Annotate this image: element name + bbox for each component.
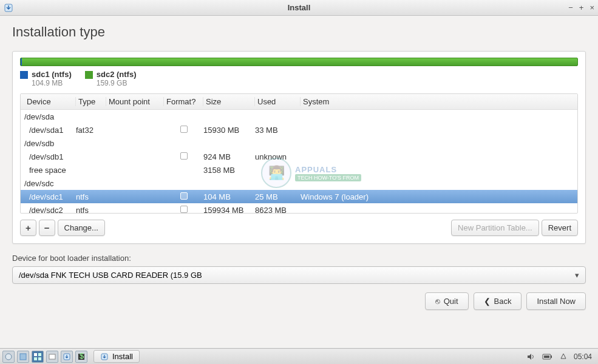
boot-loader-value: /dev/sda FNK TECH USB CARD READER (15.9 … (19, 271, 202, 280)
format-checkbox[interactable] (180, 152, 188, 160)
cell-type: fat32 (76, 126, 106, 135)
cell-device: /dev/sda (24, 112, 76, 121)
legend-name: sdc1 (ntfs) (32, 70, 72, 79)
partition-legend: sdc1 (ntfs) 104.9 MB sdc2 (ntfs) 159.9 G… (20, 70, 578, 87)
cell-used: 25 MB (255, 192, 301, 201)
format-checkbox[interactable] (180, 206, 188, 213)
chevron-down-icon: ▾ (575, 271, 579, 280)
cell-used: 33 MB (255, 126, 301, 135)
titlebar: Install − + × (0, 0, 598, 16)
page-title: Installation type (12, 24, 586, 40)
boot-loader-label: Device for boot loader installation: (12, 254, 586, 263)
table-row[interactable]: /dev/sdb1924 MBunknown (21, 150, 577, 163)
revert-button[interactable]: Revert (542, 220, 578, 236)
terminal-icon[interactable]: $ (75, 351, 87, 363)
svg-point-1 (5, 354, 12, 360)
app-icon (4, 3, 13, 13)
table-row[interactable]: /dev/sdc2ntfs159934 MB8623 MB (21, 203, 577, 213)
col-format[interactable]: Format? (164, 97, 203, 106)
cell-size: 159934 MB (203, 206, 255, 214)
taskbar-task-label: Install (112, 352, 133, 361)
partition-table: Device Type Mount point Format? Size Use… (20, 93, 578, 214)
format-checkbox[interactable] (180, 192, 188, 200)
table-header: Device Type Mount point Format? Size Use… (21, 94, 577, 110)
cell-device: /dev/sdb (24, 139, 76, 148)
table-row[interactable]: /dev/sdc (21, 177, 577, 190)
table-row[interactable]: /dev/sdc1ntfs104 MB25 MBWindows 7 (loade… (21, 190, 577, 203)
close-button[interactable]: × (590, 3, 594, 12)
legend-size: 159.9 GB (97, 79, 137, 87)
partition-card: sdc1 (ntfs) 104.9 MB sdc2 (ntfs) 159.9 G… (12, 51, 586, 244)
new-partition-table-button[interactable]: New Partition Table... (451, 220, 539, 236)
maximize-button[interactable]: + (579, 3, 584, 12)
svg-rect-13 (551, 356, 552, 358)
table-row[interactable]: /dev/sda1fat3215930 MB33 MB (21, 123, 577, 136)
svg-text:$: $ (80, 352, 84, 360)
cell-device: /dev/sdc (24, 179, 76, 188)
cell-type: ntfs (76, 192, 106, 201)
cell-device: free space (24, 166, 76, 175)
legend-name: sdc2 (ntfs) (97, 70, 137, 79)
quit-button[interactable]: ⎋Quit (425, 292, 469, 310)
svg-rect-5 (34, 357, 37, 360)
clock[interactable]: 05:04 (574, 352, 592, 361)
legend-swatch-icon (20, 71, 28, 79)
network-icon[interactable] (559, 352, 568, 361)
boot-loader-select[interactable]: /dev/sda FNK TECH USB CARD READER (15.9 … (12, 266, 586, 284)
minimize-button[interactable]: − (568, 3, 573, 12)
svg-rect-4 (38, 353, 41, 356)
svg-rect-3 (34, 353, 37, 356)
col-device[interactable]: Device (24, 97, 76, 106)
cell-device: /dev/sdc2 (24, 206, 76, 214)
menu-icon[interactable] (2, 351, 15, 363)
files-icon[interactable] (46, 351, 58, 363)
taskbar-task-install[interactable]: Install (93, 350, 140, 363)
cell-format (164, 126, 203, 135)
col-type[interactable]: Type (76, 97, 106, 106)
cell-size: 924 MB (203, 152, 255, 161)
install-now-button[interactable]: Install Now (526, 292, 586, 310)
col-mount[interactable]: Mount point (106, 97, 164, 106)
legend-size: 104.9 MB (32, 79, 72, 87)
cell-used: 8623 MB (255, 206, 301, 214)
disk-usage-bar (20, 58, 578, 66)
table-row[interactable]: /dev/sda (21, 110, 577, 123)
legend-swatch-icon (85, 71, 93, 79)
cell-used: unknown (255, 152, 301, 161)
add-partition-button[interactable]: + (20, 220, 36, 236)
cell-system: Windows 7 (loader) (301, 192, 574, 201)
svg-rect-6 (38, 357, 41, 360)
cell-format (164, 152, 203, 161)
svg-rect-2 (20, 354, 26, 360)
back-button[interactable]: ❮Back (474, 292, 522, 310)
col-system[interactable]: System (301, 97, 574, 106)
cell-device: /dev/sdc1 (24, 192, 76, 201)
show-desktop-icon[interactable] (17, 351, 29, 363)
cell-device: /dev/sda1 (24, 126, 76, 135)
cell-size: 3158 MB (203, 166, 255, 175)
battery-icon[interactable] (542, 353, 553, 360)
volume-icon[interactable] (526, 352, 536, 361)
col-used[interactable]: Used (255, 97, 301, 106)
svg-rect-14 (544, 356, 549, 358)
cell-device: /dev/sdb1 (24, 152, 76, 161)
col-size[interactable]: Size (203, 97, 255, 106)
footer-buttons: ⎋Quit ❮Back Install Now (12, 292, 586, 310)
exit-icon: ⎋ (435, 297, 440, 306)
change-partition-button[interactable]: Change... (58, 220, 105, 236)
format-checkbox[interactable] (180, 126, 188, 133)
workspace-icon[interactable] (32, 351, 44, 363)
installer-icon[interactable] (61, 351, 73, 363)
svg-rect-7 (49, 354, 55, 359)
table-row[interactable]: free space3158 MB (21, 163, 577, 177)
window-title: Install (288, 3, 311, 12)
partition-toolbar: + − Change... New Partition Table... Rev… (20, 220, 578, 236)
taskbar: $ Install 05:04 (0, 348, 598, 364)
cell-size: 15930 MB (203, 126, 255, 135)
cell-size: 104 MB (203, 192, 255, 201)
remove-partition-button[interactable]: − (39, 220, 55, 236)
chevron-left-icon: ❮ (484, 297, 491, 306)
table-row[interactable]: /dev/sdb (21, 136, 577, 150)
legend-item-sdc2: sdc2 (ntfs) 159.9 GB (85, 70, 137, 87)
table-body: /dev/sda/dev/sda1fat3215930 MB33 MB/dev/… (21, 110, 577, 213)
